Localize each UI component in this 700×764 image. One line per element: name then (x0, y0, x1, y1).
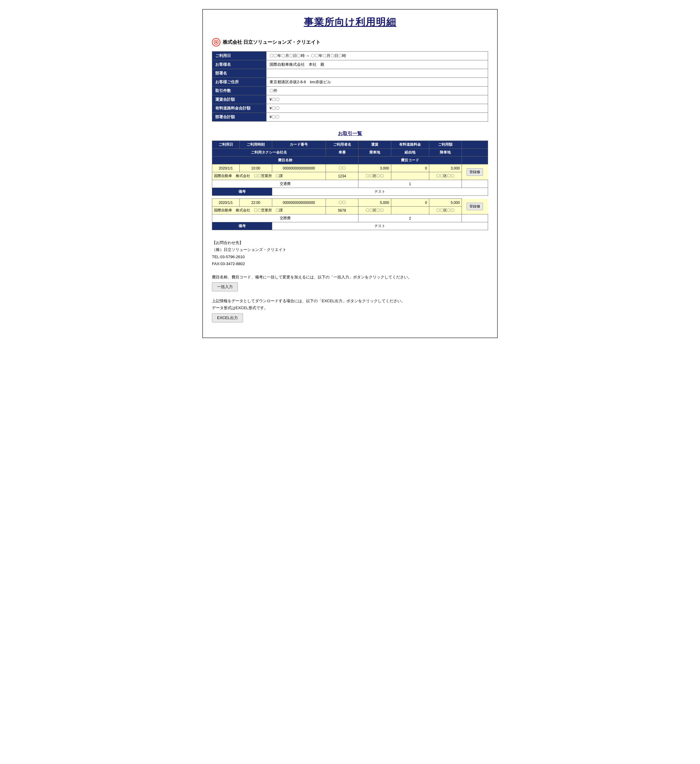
col-header-action2 (462, 149, 488, 157)
col-header-alighting: 降車地 (429, 149, 461, 157)
svg-point-2 (215, 41, 217, 43)
company-logo-icon (212, 38, 220, 47)
info-row: 有料道路料金合計額¥〇〇 (212, 104, 488, 113)
cell-note-label: 備考 (212, 188, 272, 196)
register-button[interactable]: 登録修 (467, 168, 483, 176)
cell-via (391, 207, 429, 214)
excel-description1: 上記情報をデータとしてダウンロードする場合には、以下の「EXCEL出力」ボタンを… (212, 297, 488, 304)
cell-company: 国際自動車 株式会社 〇〇営業所 〇課 (212, 207, 326, 214)
info-row: 取引件数〇件 (212, 86, 488, 96)
batch-section: 費目名称、費目コード、備考に一括して変更を加えるには、以下の「一括入力」ボタンを… (212, 274, 488, 291)
contact-section: 【お問合わせ先】 （株）日立ソリューションズ・クリエイト TEL:03-5796… (212, 239, 488, 268)
info-row: 運賃合計額¥〇〇 (212, 96, 488, 104)
contact-line1: （株）日立ソリューションズ・クリエイト (212, 246, 488, 253)
register-btn-cell[interactable]: 登録修 (462, 164, 488, 180)
info-label: ご利用日 (212, 52, 267, 60)
col-header-taxi-company: ご利用タクシー会社名 (212, 149, 326, 157)
info-value: ¥〇〇 (267, 113, 488, 122)
col-header-card: カード番号 (272, 141, 326, 149)
cell-empty (462, 180, 488, 188)
table-row: 2020/1/110:000000000000000000〇〇3,00003,0… (212, 164, 488, 172)
cell-expense-name: 交際費 (212, 214, 358, 222)
info-row: 部署合計額¥〇〇 (212, 113, 488, 122)
info-label: 有料道路料金合計額 (212, 104, 267, 113)
cell-expense-name: 交通費 (212, 180, 358, 188)
cell-user: 〇〇 (326, 164, 358, 172)
col-header-time: ご利用時刻 (239, 141, 272, 149)
company-header: 株式会社 日立ソリューションズ・クリエイト (212, 38, 488, 47)
table-row: 国際自動車 株式会社 〇〇営業所 〇課1234〇〇区〇〇〇〇区〇〇 (212, 172, 488, 180)
table-row: 備考テスト (212, 222, 488, 230)
table-row: 交通費1 (212, 180, 488, 188)
info-value: 国際自動車株式会社 本社 殿 (267, 60, 488, 69)
info-label: お客様名 (212, 60, 267, 69)
info-label: 取引件数 (212, 86, 267, 96)
info-table: ご利用日〇〇年〇月〇日〇時 ～ 〇〇年〇月〇日〇時お客様名国際自動車株式会社 本… (212, 51, 488, 122)
cell-fare: 3,000 (358, 164, 391, 172)
cell-note-value: テスト (272, 188, 488, 196)
excel-output-button[interactable]: EXCEL出力 (212, 313, 243, 323)
info-row: お客様名国際自動車株式会社 本社 殿 (212, 60, 488, 69)
cell-card: 0000000000000000 (272, 164, 326, 172)
cell-alighting: 〇〇区〇〇 (429, 172, 461, 180)
col-header-fare: 運賃 (358, 141, 391, 149)
transactions-table: ご利用日 ご利用時刻 カード番号 ご利用者名 運賃 有料道路料金 ご利用額 ご利… (212, 141, 488, 230)
cell-empty (462, 214, 488, 222)
cell-car-num: 1234 (326, 172, 358, 180)
info-value: 〇件 (267, 86, 488, 96)
contact-line3: FAX:03-3472-8802 (212, 260, 488, 267)
col-header-action3 (462, 157, 488, 164)
cell-user: 〇〇 (326, 199, 358, 207)
info-value: ¥〇〇 (267, 96, 488, 104)
spacer-row (212, 196, 488, 199)
info-row: お客様ご住所東京都港区赤坂2-8-6 km赤坂ビル (212, 78, 488, 86)
table-row: 交際費2 (212, 214, 488, 222)
cell-toll: 0 (391, 199, 429, 207)
info-value: 〇〇年〇月〇日〇時 ～ 〇〇年〇月〇日〇時 (267, 52, 488, 60)
col-header-total: ご利用額 (429, 141, 461, 149)
col-header-via: 経由地 (391, 149, 429, 157)
info-label: 部署合計額 (212, 113, 267, 122)
cell-time: 10:00 (239, 164, 272, 172)
info-label: お客様ご住所 (212, 78, 267, 86)
cell-expense-code: 1 (358, 180, 462, 188)
col-header-expense-name: 費目名称 (212, 157, 358, 164)
cell-fare: 5,000 (358, 199, 391, 207)
info-value: ¥〇〇 (267, 104, 488, 113)
table-row: 2020/1/122:000000000000000000〇〇5,00005,0… (212, 199, 488, 207)
cell-note-value: テスト (272, 222, 488, 230)
cell-date: 2020/1/1 (212, 164, 240, 172)
cell-company: 国際自動車 株式会社 〇〇営業所 〇課 (212, 172, 326, 180)
batch-input-button[interactable]: 一括入力 (212, 282, 238, 291)
col-header-date: ご利用日 (212, 141, 240, 149)
table-row: 備考テスト (212, 188, 488, 196)
col-header-boarding: 乗車地 (358, 149, 391, 157)
col-header-toll: 有料道路料金 (391, 141, 429, 149)
col-header-action (462, 141, 488, 149)
cell-alighting: 〇〇区〇〇 (429, 207, 461, 214)
company-name: 株式会社 日立ソリューションズ・クリエイト (223, 39, 320, 45)
excel-description2: データ形式はEXCEL形式です。 (212, 304, 488, 311)
cell-total: 3,000 (429, 164, 461, 172)
info-value: 東京都港区赤坂2-8-6 km赤坂ビル (267, 78, 488, 86)
col-header-car-num: 車番 (326, 149, 358, 157)
register-button[interactable]: 登録修 (467, 203, 483, 210)
cell-expense-code: 2 (358, 214, 462, 222)
col-header-user: ご利用者名 (326, 141, 358, 149)
info-label: 運賃合計額 (212, 96, 267, 104)
cell-via (391, 172, 429, 180)
contact-line2: TEL:03-5796-2610 (212, 254, 488, 260)
batch-description: 費目名称、費目コード、備考に一括して変更を加えるには、以下の「一括入力」ボタンを… (212, 274, 488, 280)
contact-heading: 【お問合わせ先】 (212, 239, 488, 246)
cell-toll: 0 (391, 164, 429, 172)
info-label: 部署名 (212, 69, 267, 78)
info-value (267, 69, 488, 78)
excel-section: 上記情報をデータとしてダウンロードする場合には、以下の「EXCEL出力」ボタンを… (212, 297, 488, 323)
cell-total: 5,000 (429, 199, 461, 207)
register-btn-cell[interactable]: 登録修 (462, 199, 488, 214)
info-row: 部署名 (212, 69, 488, 78)
table-row: 国際自動車 株式会社 〇〇営業所 〇課5678〇〇区〇〇〇〇区〇〇 (212, 207, 488, 214)
info-row: ご利用日〇〇年〇月〇日〇時 ～ 〇〇年〇月〇日〇時 (212, 52, 488, 60)
page-title: 事業所向け利用明細 (212, 16, 488, 29)
cell-car-num: 5678 (326, 207, 358, 214)
